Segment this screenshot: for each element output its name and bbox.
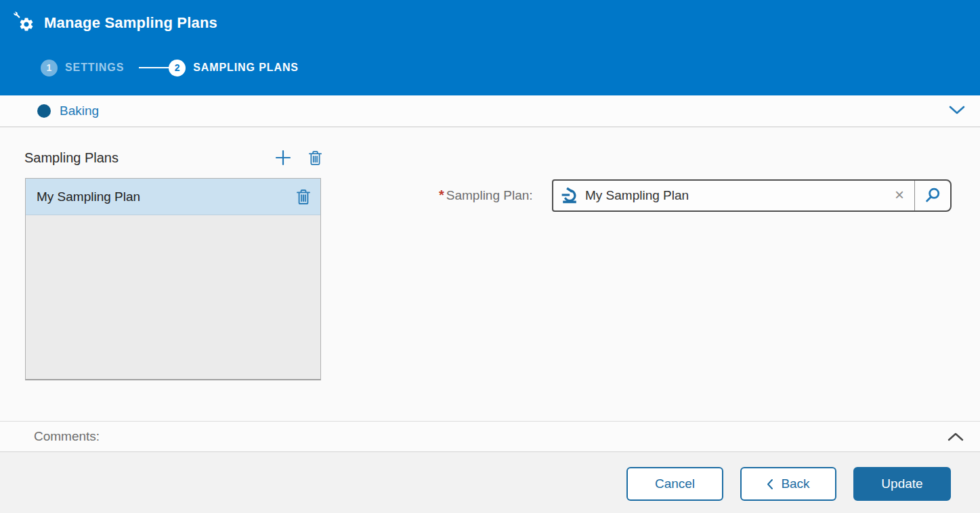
delete-plan-button[interactable] xyxy=(308,150,322,166)
plans-panel-title: Sampling Plans xyxy=(24,150,119,166)
chevron-down-icon[interactable] xyxy=(949,106,965,118)
back-button-label: Back xyxy=(781,476,809,491)
required-asterisk: * xyxy=(439,187,444,203)
delete-item-button[interactable] xyxy=(296,189,311,205)
update-button[interactable]: Update xyxy=(853,467,951,501)
section-header-baking[interactable]: Baking xyxy=(0,95,980,127)
microscope-icon xyxy=(561,187,578,204)
comments-label: Comments: xyxy=(34,429,100,444)
wizard-stepper: 1 SETTINGS 2 SAMPLING PLANS xyxy=(41,59,299,76)
step-number-badge: 1 xyxy=(41,60,58,76)
step-connector-line xyxy=(139,67,170,68)
dialog-header: Manage Sampling Plans 1 SETTINGS 2 SAMPL… xyxy=(0,0,980,95)
sampling-plan-field-label-group: * Sampling Plan: xyxy=(439,179,533,212)
chevron-left-icon xyxy=(767,478,773,490)
sampling-plan-lookup-field[interactable]: My Sampling Plan × xyxy=(552,179,952,212)
step-number-badge: 2 xyxy=(169,60,186,76)
section-bullet-icon xyxy=(37,104,51,118)
sampling-plans-list[interactable]: My Sampling Plan xyxy=(25,178,321,380)
chevron-up-icon[interactable] xyxy=(947,432,964,444)
lookup-value[interactable]: My Sampling Plan xyxy=(585,188,888,203)
dialog-footer: Cancel Back Update xyxy=(0,452,980,513)
step-label: SETTINGS xyxy=(65,62,124,74)
field-label: Sampling Plan: xyxy=(446,188,533,203)
plans-panel-header: Sampling Plans xyxy=(24,149,322,166)
add-plan-button[interactable] xyxy=(274,149,292,166)
page-title: Manage Sampling Plans xyxy=(44,14,217,32)
comments-section-toggle[interactable]: Comments: xyxy=(0,421,980,452)
search-lookup-button[interactable] xyxy=(915,181,950,210)
step-label: SAMPLING PLANS xyxy=(193,62,299,74)
manage-sampling-plans-dialog: Manage Sampling Plans 1 SETTINGS 2 SAMPL… xyxy=(0,0,980,513)
back-button[interactable]: Back xyxy=(740,467,836,501)
step-settings[interactable]: 1 SETTINGS xyxy=(41,60,124,76)
step-sampling-plans[interactable]: 2 SAMPLING PLANS xyxy=(169,60,299,76)
list-item-selected[interactable]: My Sampling Plan xyxy=(26,179,320,215)
clear-field-button[interactable]: × xyxy=(888,187,914,205)
cancel-button[interactable]: Cancel xyxy=(626,467,723,501)
section-title: Baking xyxy=(60,104,99,118)
plan-item-label: My Sampling Plan xyxy=(37,189,296,204)
gear-wrench-icon xyxy=(14,12,37,35)
